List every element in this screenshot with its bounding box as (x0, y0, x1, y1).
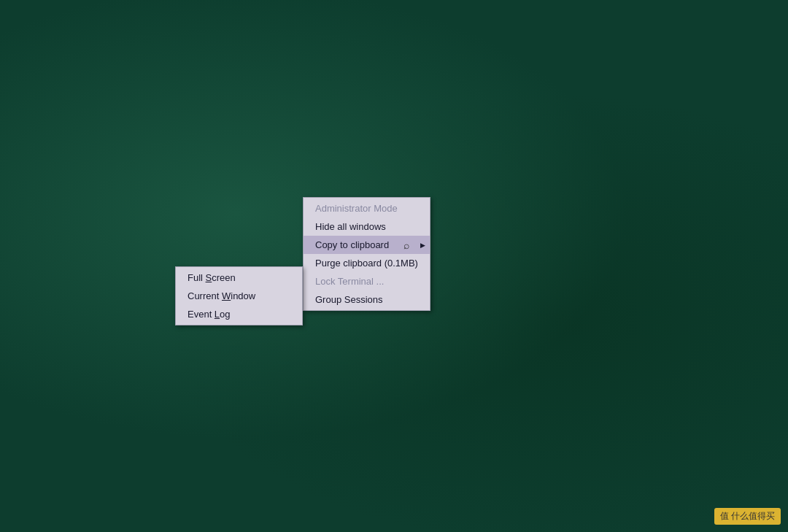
watermark: 值 什么值得买 (714, 508, 781, 525)
menu-item-purge-clipboard[interactable]: Purge clipboard (0.1MB) (304, 254, 430, 272)
right-context-menu: Administrator Mode Hide all windows Copy… (303, 197, 430, 311)
menu-item-copy-to-clipboard[interactable]: Copy to clipboard ⌕ (304, 236, 430, 254)
cursor-icon: ⌕ (403, 239, 409, 251)
menu-item-hide-all-windows[interactable]: Hide all windows (304, 217, 430, 236)
left-context-menu: Full Screen Current Window Event Log (175, 266, 303, 325)
menu-item-event-log[interactable]: Event Log (176, 305, 302, 323)
menu-item-administrator-mode[interactable]: Administrator Mode (304, 199, 430, 217)
menu-item-current-window[interactable]: Current Window (176, 287, 302, 305)
menu-item-lock-terminal[interactable]: Lock Terminal ... (304, 272, 430, 290)
context-menu-container: Full Screen Current Window Event Log Adm… (175, 197, 430, 311)
menu-item-group-sessions[interactable]: Group Sessions (304, 290, 430, 309)
menu-item-full-screen[interactable]: Full Screen (176, 269, 302, 287)
